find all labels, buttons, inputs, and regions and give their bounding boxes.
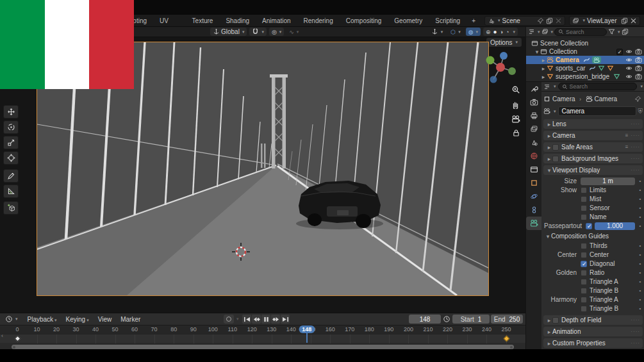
tool-scale-button[interactable]	[3, 136, 19, 149]
timeline-scrollbar[interactable]	[12, 345, 514, 349]
passepartout-field[interactable]: 1.000	[595, 222, 635, 230]
proportional-edit-button[interactable]: ∿ ▾	[286, 28, 301, 36]
tool-annotate-button[interactable]	[3, 169, 19, 183]
harmony-triangle-b-checkbox[interactable]	[581, 306, 587, 312]
viewport-camera-view-button[interactable]	[509, 113, 522, 126]
frame-start-field[interactable]: Start 1	[452, 315, 490, 324]
transform-orientation-button[interactable]: Global ▾	[210, 28, 247, 36]
next-keyframe-button[interactable]	[271, 315, 280, 324]
animate-dot-icon[interactable]: •	[638, 288, 643, 293]
subpanel-composition-guides[interactable]: ▾ Composition Guides	[543, 232, 643, 240]
viewport-lock-button[interactable]	[509, 126, 522, 139]
fake-user-shield-icon[interactable]: ⛨	[638, 108, 643, 115]
tool-add-cube-button[interactable]	[3, 201, 19, 215]
navigation-gizmo[interactable]	[484, 50, 518, 87]
viewport-options-button[interactable]: Options ▾	[486, 38, 522, 47]
tool-measure-button[interactable]	[3, 185, 19, 198]
mist-checkbox[interactable]	[581, 196, 587, 202]
scene-selector[interactable]: ▾ Scene	[484, 16, 566, 26]
animate-dot-icon[interactable]: •	[638, 178, 643, 184]
presets-icon[interactable]: ≡	[625, 133, 629, 138]
new-scene-icon[interactable]	[546, 17, 553, 24]
tab-render[interactable]	[526, 95, 541, 109]
breadcrumb-data[interactable]: Camera	[595, 95, 618, 103]
expand-icon[interactable]: ▸	[540, 65, 547, 72]
diagonal-checkbox[interactable]	[581, 261, 587, 267]
drag-handle-icon[interactable]: ····	[631, 133, 640, 138]
prev-keyframe-button[interactable]	[252, 315, 261, 324]
render-camera-icon[interactable]	[635, 65, 642, 72]
frame-end-field[interactable]: End 250	[491, 315, 523, 324]
viewlayer-selector[interactable]: ▾ ViewLayer	[569, 16, 640, 26]
snapping-button[interactable]: ▾	[249, 28, 267, 36]
outliner-row-collection[interactable]: ▾ Collection ✓	[526, 47, 644, 56]
tool-rotate-button[interactable]	[3, 120, 19, 134]
workspace-tab-uv-editing[interactable]: UV Editing	[153, 15, 186, 27]
jump-to-start-button[interactable]	[242, 315, 251, 324]
eye-icon[interactable]	[625, 65, 632, 72]
render-camera-icon[interactable]	[635, 56, 642, 63]
render-camera-icon[interactable]	[635, 48, 642, 55]
drag-handle-icon[interactable]: ····	[631, 144, 640, 150]
workspace-tab-shading[interactable]: Shading	[219, 15, 256, 27]
properties-search-input[interactable]	[570, 83, 621, 90]
tab-object[interactable]	[526, 176, 541, 190]
breadcrumb-object[interactable]: Camera	[552, 95, 575, 103]
limits-checkbox[interactable]	[581, 187, 587, 193]
safe-areas-checkbox[interactable]	[552, 144, 559, 151]
filter-funnel-icon[interactable]	[608, 28, 615, 35]
tab-collection[interactable]	[526, 163, 541, 176]
sensor-checkbox[interactable]	[581, 205, 587, 211]
animate-dot-icon[interactable]: •	[638, 297, 643, 302]
tab-tool[interactable]	[526, 82, 541, 95]
object-icon[interactable]	[543, 95, 550, 103]
eye-icon[interactable]	[625, 48, 632, 55]
workspace-tab-compositing[interactable]: Compositing	[340, 15, 388, 27]
tab-scene[interactable]	[526, 136, 541, 149]
animate-dot-icon[interactable]: •	[638, 261, 643, 267]
timeline-playhead[interactable]: 148	[306, 325, 308, 343]
drag-handle-icon[interactable]: ····	[631, 329, 640, 334]
close-icon[interactable]	[630, 17, 637, 24]
pivot-point-button[interactable]: ◎ ▾	[269, 28, 284, 36]
panel-lens[interactable]: ▸ Lens ····	[543, 119, 643, 129]
drag-handle-icon[interactable]: ····	[631, 121, 640, 127]
animate-dot-icon[interactable]: •	[638, 205, 643, 211]
viewport-zoom-button[interactable]	[509, 83, 522, 96]
editor-type-button[interactable]: ▾	[3, 315, 21, 324]
pause-button[interactable]	[261, 315, 270, 324]
outliner-row-camera[interactable]: ▸ Camera	[526, 56, 644, 64]
tab-output[interactable]	[526, 109, 541, 122]
timeline-ruler[interactable]: 0102030405060708090100110120130140150160…	[0, 325, 525, 334]
render-camera-icon[interactable]	[635, 73, 642, 80]
xray-toggle-button[interactable]: ◍ ▾	[466, 28, 481, 36]
keyframe-diamond[interactable]	[14, 336, 21, 342]
workspace-tab-texture-paint[interactable]: Texture Paint	[186, 15, 220, 27]
shading-solid-icon[interactable]: ●	[493, 28, 497, 35]
drag-handle-icon[interactable]: ····	[631, 317, 640, 323]
tool-transform-button[interactable]	[3, 151, 19, 165]
camera-data-icon[interactable]	[586, 95, 593, 103]
menu-view[interactable]: View	[94, 316, 117, 323]
tab-world[interactable]	[526, 149, 541, 163]
drag-handle-icon[interactable]: ····	[631, 156, 640, 161]
center-checkbox[interactable]	[581, 252, 587, 258]
background-images-checkbox[interactable]	[552, 156, 559, 162]
passepartout-checkbox[interactable]	[586, 223, 592, 229]
channel-expander-icon[interactable]: ‹	[1, 333, 3, 339]
menu-playback[interactable]: Playback▾	[23, 316, 62, 323]
panel-safe-areas[interactable]: ▸ Safe Areas ≡····	[543, 142, 643, 152]
shading-rendered-icon[interactable]: ◔	[506, 29, 509, 35]
animate-dot-icon[interactable]: •	[638, 187, 643, 193]
pin-icon[interactable]	[537, 17, 544, 24]
eye-icon[interactable]	[625, 56, 632, 63]
properties-filter-icon[interactable]	[543, 83, 550, 90]
new-collection-icon[interactable]	[622, 28, 629, 35]
size-field[interactable]: 1 m	[581, 177, 635, 185]
ratio-checkbox[interactable]	[581, 270, 587, 276]
keyframe-diamond[interactable]	[503, 336, 509, 342]
properties-search[interactable]	[558, 83, 638, 90]
pin-icon[interactable]	[634, 95, 641, 103]
panel-animation[interactable]: ▸ Animation ····	[543, 327, 643, 336]
expand-icon[interactable]: ▸	[540, 74, 547, 80]
